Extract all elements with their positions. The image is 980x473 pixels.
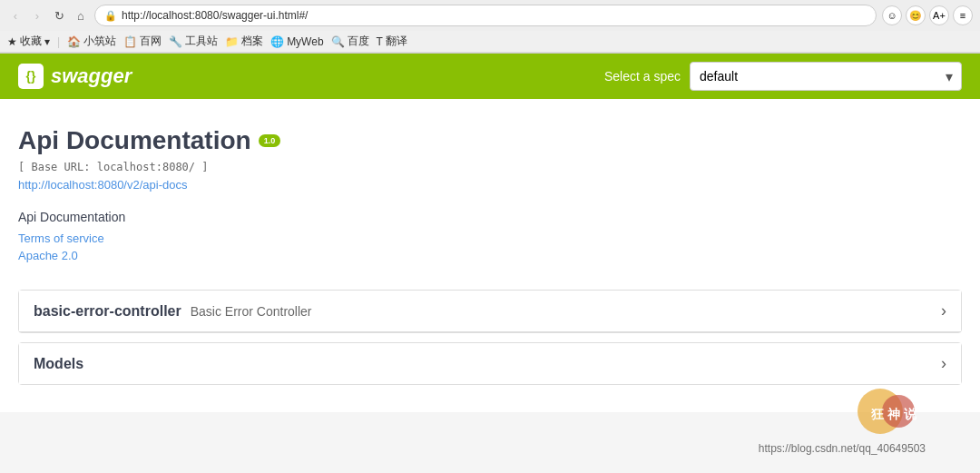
bookmark-xiaozhu[interactable]: 🏠 小筑站 — [67, 34, 116, 49]
swagger-logo: {} swagger — [18, 64, 132, 89]
bookmarks-bar: ★ 收藏 ▾ | 🏠 小筑站 📋 百网 🔧 工具站 📁 档案 🌐 MyWeb 🔍… — [0, 31, 980, 53]
refresh-button[interactable]: ↻ — [51, 7, 67, 24]
models-header[interactable]: Models › — [19, 343, 961, 384]
api-docs-link[interactable]: http://localhost:8080/v2/api-docs — [18, 178, 187, 192]
forward-button[interactable]: › — [29, 7, 45, 24]
api-title-row: Api Documentation 1.0 — [18, 126, 962, 155]
browser-actions: ☺ 😊 A+ ≡ — [882, 5, 973, 25]
lock-icon: 🔒 — [104, 10, 117, 22]
swagger-logo-text: swagger — [51, 64, 132, 88]
models-chevron-icon: › — [941, 354, 946, 373]
spec-select-wrapper: default — [690, 62, 962, 91]
api-title: Api Documentation — [18, 126, 251, 155]
swagger-spec-selector: Select a spec default — [604, 62, 962, 91]
controller-chevron-icon: › — [941, 301, 946, 320]
apache-license-link[interactable]: Apache 2.0 — [18, 249, 962, 262]
controller-section: basic-error-controller Basic Error Contr… — [18, 290, 962, 333]
browser-chrome: ‹ › ↻ ⌂ 🔒 http://localhost:8080/swagger-… — [0, 0, 980, 54]
extension-btn-1[interactable]: ☺ — [882, 5, 902, 25]
base-url: [ Base URL: localhost:8080/ ] — [18, 161, 962, 173]
api-title-section: Api Documentation 1.0 [ Base URL: localh… — [18, 126, 962, 192]
bookmark-myweb[interactable]: 🌐 MyWeb — [270, 35, 323, 48]
bookmark-baidu[interactable]: 🔍 百度 — [331, 34, 369, 49]
bookmark-baiwang[interactable]: 📋 百网 — [123, 34, 162, 49]
swagger-logo-icon: {} — [18, 64, 44, 89]
extension-btn-3[interactable]: A+ — [929, 5, 949, 25]
address-bar[interactable]: 🔒 http://localhost:8080/swagger-ui.html#… — [94, 5, 877, 26]
bookmark-tools[interactable]: 🔧 工具站 — [169, 34, 218, 49]
bookmark-archive[interactable]: 📁 档案 — [225, 34, 263, 49]
models-title: Models — [34, 356, 83, 372]
swagger-spec-label: Select a spec — [604, 69, 681, 84]
controller-description: Basic Error Controller — [191, 304, 312, 319]
controller-header[interactable]: basic-error-controller Basic Error Contr… — [19, 291, 961, 332]
version-badge: 1.0 — [259, 134, 281, 147]
home-button[interactable]: ⌂ — [73, 7, 89, 24]
controller-name: basic-error-controller — [34, 303, 181, 320]
bookmark-star-icon: ★ — [7, 35, 17, 48]
menu-button[interactable]: ≡ — [953, 5, 973, 25]
back-button[interactable]: ‹ — [7, 7, 24, 24]
models-section: Models › — [18, 342, 962, 385]
bookmark-favorites[interactable]: ★ 收藏 ▾ — [7, 34, 50, 49]
address-text: http://localhost:8080/swagger-ui.html#/ — [122, 9, 308, 22]
browser-toolbar: ‹ › ↻ ⌂ 🔒 http://localhost:8080/swagger-… — [0, 0, 980, 31]
main-content: Api Documentation 1.0 [ Base URL: localh… — [0, 99, 980, 412]
terms-of-service-link[interactable]: Terms of service — [18, 232, 962, 245]
api-description: Api Documentation — [18, 210, 962, 224]
spec-select[interactable]: default — [690, 62, 962, 91]
extension-btn-2[interactable]: 😊 — [906, 5, 926, 25]
controller-title: basic-error-controller Basic Error Contr… — [34, 303, 312, 320]
bookmark-translate[interactable]: T 翻译 — [377, 34, 407, 49]
swagger-header: {} swagger Select a spec default — [0, 54, 980, 99]
